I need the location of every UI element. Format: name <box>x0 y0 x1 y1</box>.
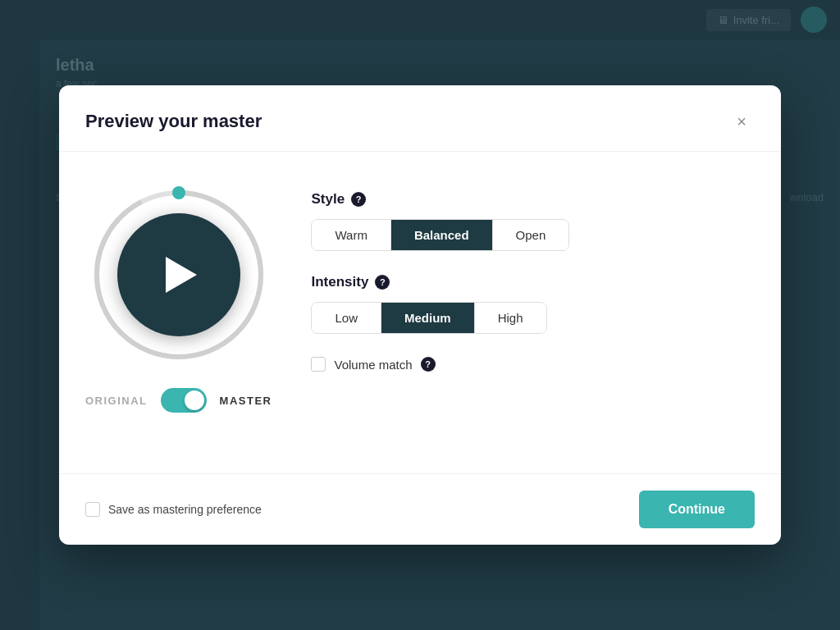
intensity-btn-group: Low Medium High <box>311 302 546 334</box>
master-label: MASTER <box>220 395 272 407</box>
style-label: Style <box>311 191 345 208</box>
modal-title: Preview your master <box>85 111 262 132</box>
volume-match-help-icon[interactable]: ? <box>421 357 436 372</box>
intensity-medium-btn[interactable]: Medium <box>381 303 475 333</box>
style-balanced-btn[interactable]: Balanced <box>391 220 493 250</box>
modal-header: Preview your master × <box>59 85 781 152</box>
intensity-low-btn[interactable]: Low <box>312 303 381 333</box>
original-label: ORIGINAL <box>85 395 148 407</box>
controls-section: Style ? Warm Balanced Open Intensity ? <box>311 185 755 372</box>
intensity-high-btn[interactable]: High <box>475 303 546 333</box>
svg-point-2 <box>172 186 185 199</box>
close-button[interactable]: × <box>728 108 755 135</box>
style-btn-group: Warm Balanced Open <box>311 219 569 251</box>
play-icon <box>166 257 197 293</box>
modal-footer: Save as mastering preference Continue <box>59 473 781 545</box>
modal-body: ORIGINAL MASTER Style ? Warm <box>59 152 781 473</box>
style-help-icon[interactable]: ? <box>351 192 366 207</box>
style-warm-btn[interactable]: Warm <box>312 220 390 250</box>
preview-modal: Preview your master × <box>59 85 781 545</box>
style-label-row: Style ? <box>311 191 755 208</box>
style-open-btn[interactable]: Open <box>493 220 569 250</box>
play-button[interactable] <box>117 213 240 336</box>
save-preference-checkbox[interactable] <box>85 502 100 517</box>
continue-button[interactable]: Continue <box>639 491 755 528</box>
intensity-group: Intensity ? Low Medium High <box>311 274 755 334</box>
volume-match-checkbox[interactable] <box>311 357 326 372</box>
volume-match-label: Volume match <box>334 358 412 372</box>
toggle-knob <box>185 390 204 410</box>
style-group: Style ? Warm Balanced Open <box>311 191 755 251</box>
intensity-label: Intensity <box>311 274 368 290</box>
toggle-section: ORIGINAL MASTER <box>85 388 272 413</box>
save-preference-label: Save as mastering preference <box>108 503 262 516</box>
intensity-label-row: Intensity ? <box>311 274 755 290</box>
intensity-help-icon[interactable]: ? <box>375 275 390 290</box>
save-preference-row: Save as mastering preference <box>85 502 262 517</box>
player-section: ORIGINAL MASTER <box>85 185 272 413</box>
modal-backdrop: Preview your master × <box>0 0 840 630</box>
master-toggle[interactable] <box>161 388 207 413</box>
volume-match-row: Volume match ? <box>311 357 755 372</box>
player-ring <box>89 185 269 365</box>
